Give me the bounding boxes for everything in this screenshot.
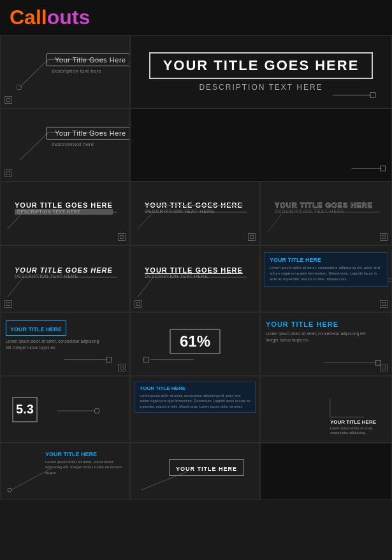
r5c3-icon [380,364,388,371]
r2c1-desc: descriontext here [52,141,130,147]
svg-line-0 [20,59,48,87]
cell-r6c2: YOUR TITLE HERE Lorem ipsum dolor sit am… [130,376,260,443]
r5c1-icon [118,364,126,371]
corner-marker [17,85,22,90]
cell-r7c1: YOUR TITLE HERE Lorem ipsum dolor sit am… [0,443,130,500]
r3c3-icon [380,233,388,241]
r6c3-title: YOUR TITLE HERE [330,419,388,425]
title-part2: outs [47,6,91,29]
r4c3-body: Lorem ipsum dolor sit amet, consectetur … [270,265,382,282]
svg-line-14 [8,277,24,297]
cell-r7c2: YOUR TITLE HERE [130,443,260,500]
header: Callouts [0,0,392,35]
r6c3-content: YOUR TITLE HERE Lorem ipsum dolor sit am… [330,419,388,436]
r4c3-icon [380,300,388,308]
r2c1-title-box: Your Title Goes Here [47,127,130,140]
r5c1-content: YOUR TITLE HERE Lorem ipsum dolor sit am… [6,320,104,351]
r5c2-percent: 61% [170,329,221,354]
r6c2-body: Lorem ipsum dolor sit amet, consectetur … [140,393,250,409]
r3c2-icon [248,233,256,241]
cell-r7c3 [260,443,392,500]
callouts-grid: Your Title Goes Here description text he… [0,35,392,500]
r3c1-icon [118,233,126,241]
cell-r1c1: Your Title Goes Here description text he… [0,35,130,108]
r6c2-title: YOUR TITLE HERE [140,385,250,391]
r4c3-title: YOUR TITLE HERE [270,257,382,263]
r5c2-percent-box: 61% [170,329,221,354]
inner-icon [6,98,10,102]
r3c1-desc: DESCRIPTION TEXT HERE [15,209,113,215]
r7c2-content: YOUR TITLE HERE [169,459,244,476]
r2c1-title: Your Title Goes Here [55,129,126,137]
r6c1-number-box: 5.3 [12,397,38,422]
r5c1-title-box: YOUR TITLE HERE [6,320,66,336]
cell-r3c3: YOUR TITLE GOES HERE DESCRIPTION TEXT HE… [260,182,392,245]
r1c1-title-box: Your Title Goes Here [47,54,130,66]
cell-r2c1: Your Title Goes Here descriontext here [0,108,130,182]
svg-line-10 [138,212,154,229]
large-title: YOUR TITLE GOES HERE [149,52,374,79]
r6c2-inner: YOUR TITLE HERE Lorem ipsum dolor sit am… [134,382,256,413]
r7c2-title-box: YOUR TITLE HERE [169,459,244,476]
r3c1-title: YOUR TITLE GOES HERE [15,201,113,209]
cell-r5c1: YOUR TITLE HERE Lorem ipsum dolor sit am… [0,312,130,376]
r7c1-body: Lorem ipsum dolor sit amet, consectetur … [45,459,126,475]
r1c1-desc: description text here [52,68,130,74]
svg-line-8 [8,212,24,229]
r5c1-body: Lorem ipsum dolor sit amet, consectetur … [6,338,104,351]
cell-r2c23 [130,108,392,182]
cell-r1c23: YOUR TITLE GOES HERE DESCRIPTION TEXT HE… [130,35,392,108]
r4c1-desc: DESCRIPTION TEXT HERE [15,274,113,278]
svg-line-4 [20,133,48,160]
cell-r5c3: YOUR TITLE HERE Lorem ipsum dolor sit am… [260,312,392,376]
r6c2-panel: YOUR TITLE HERE Lorem ipsum dolor sit am… [134,382,256,413]
cell-r3c2: YOUR TITLE GOES HERE DESCRIPTION TEXT HE… [130,182,260,245]
r1c1-title: Your Title Goes Here [55,56,126,64]
r3c2-desc: DESCRIPTION TEXT HERE [145,209,243,213]
r3c3-desc: DESCRIPTION TEXT HERE [275,209,373,213]
r5c1-title: YOUR TITLE HERE [10,326,62,333]
r4c3-panel: YOUR TITLE HERE Lorem ipsum dolor sit am… [264,252,388,287]
r7c1-title: YOUR TITLE HERE [45,451,126,457]
svg-line-12 [268,212,284,232]
large-callout: YOUR TITLE GOES HERE DESCRIPTION TEXT HE… [131,36,391,108]
app-title: Callouts [10,6,90,29]
cell-r4c1: YOUR TITLE GOES HERE DESCRIPTION TEXT HE… [0,245,130,312]
r5c3-content: YOUR TITLE HERE Lorem ipsum dolor sit am… [266,320,375,343]
svg-rect-23 [144,357,149,363]
r6c3-body: Lorem ipsum dolor sit amet, consectetur … [330,426,388,436]
r4c1-icon [4,300,12,308]
r3c3-title: YOUR TITLE GOES HERE [275,201,373,209]
r4c1-title: YOUR TITLE GOES HERE [15,266,113,274]
r7c1-content: YOUR TITLE HERE Lorem ipsum dolor sit am… [45,451,126,475]
r3c2-title: YOUR TITLE GOES HERE [145,201,243,209]
r7c2-title: YOUR TITLE HERE [176,466,237,472]
cell-r4c2: YOUR TITLE GOES HERE DESCRIPTION TEXT HE… [130,245,260,312]
svg-line-16 [138,277,154,297]
r2c1-corner [4,169,12,177]
cell-r6c3: YOUR TITLE HERE Lorem ipsum dolor sit am… [260,376,392,443]
corner-icon-bl [4,96,12,104]
inner [6,171,10,175]
r6c1-number: 5.3 [12,397,38,422]
cell-r5c2: 61% [130,312,260,376]
cell-r3c1: YOUR TITLE GOES HERE DESCRIPTION TEXT HE… [0,182,130,245]
title-part1: Call [10,6,47,29]
large-desc: DESCRIPTION TEXT HERE [199,83,323,92]
r4c2-icon [134,300,142,308]
r5c3-title: YOUR TITLE HERE [266,320,375,328]
cell-r6c1: 5.3 [0,376,130,443]
cell-r4c3: YOUR TITLE HERE Lorem ipsum dolor sit am… [260,245,392,312]
svg-point-34 [8,488,11,492]
r5c3-body: Lorem ipsum dolor sit amet, consectetur … [266,331,375,343]
r4c2-desc: DESCRIPTION TEXT HERE [145,274,243,278]
r4c2-title: YOUR TITLE GOES HERE [145,266,243,274]
svg-point-19 [388,278,391,282]
svg-point-27 [94,408,99,413]
svg-rect-21 [106,357,112,363]
svg-rect-7 [381,166,386,171]
